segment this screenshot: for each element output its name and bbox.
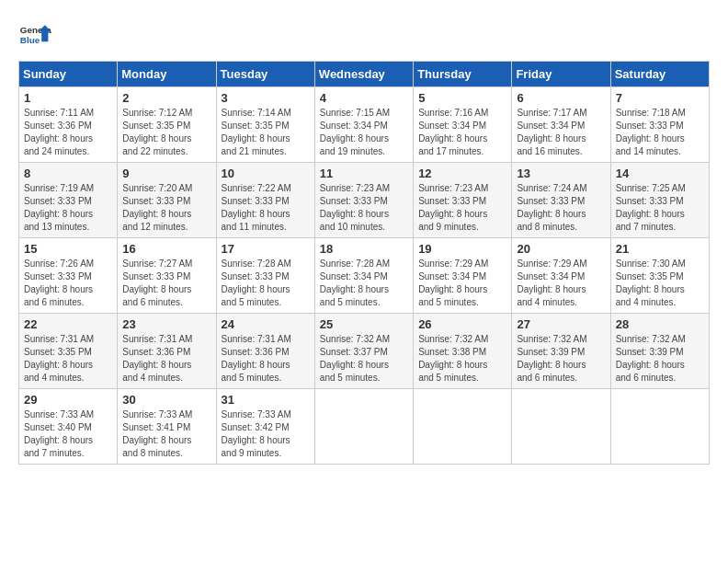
day-number: 21 [616,242,704,256]
day-info: Sunrise: 7:32 AM Sunset: 3:39 PM Dayligh… [517,334,586,383]
calendar-day-cell: 1 Sunrise: 7:11 AM Sunset: 3:36 PM Dayli… [19,87,118,163]
day-info: Sunrise: 7:17 AM Sunset: 3:34 PM Dayligh… [517,108,586,156]
calendar-day-cell: 31 Sunrise: 7:33 AM Sunset: 3:42 PM Dayl… [216,389,314,465]
calendar-day-cell: 12 Sunrise: 7:23 AM Sunset: 3:33 PM Dayl… [414,163,512,238]
day-number: 5 [418,91,506,105]
day-info: Sunrise: 7:16 AM Sunset: 3:34 PM Dayligh… [418,108,488,156]
empty-cell [314,389,413,465]
day-info: Sunrise: 7:29 AM Sunset: 3:34 PM Dayligh… [418,259,488,307]
day-number: 16 [122,242,210,256]
calendar-week-row: 22 Sunrise: 7:31 AM Sunset: 3:35 PM Dayl… [19,314,710,389]
calendar-day-cell: 20 Sunrise: 7:29 AM Sunset: 3:34 PM Dayl… [512,238,610,314]
day-number: 7 [616,91,704,105]
day-info: Sunrise: 7:32 AM Sunset: 3:39 PM Dayligh… [616,334,686,383]
day-info: Sunrise: 7:20 AM Sunset: 3:33 PM Dayligh… [122,183,192,232]
calendar-day-cell: 18 Sunrise: 7:28 AM Sunset: 3:34 PM Dayl… [314,238,413,314]
day-number: 27 [517,317,605,331]
page-header: General Blue [18,18,710,52]
calendar-day-cell: 25 Sunrise: 7:32 AM Sunset: 3:37 PM Dayl… [314,314,413,389]
day-number: 24 [222,317,310,331]
day-number: 2 [122,91,210,105]
calendar-table: SundayMondayTuesdayWednesdayThursdayFrid… [18,61,710,465]
day-info: Sunrise: 7:23 AM Sunset: 3:33 PM Dayligh… [320,183,390,232]
day-info: Sunrise: 7:15 AM Sunset: 3:34 PM Dayligh… [320,108,390,156]
day-info: Sunrise: 7:28 AM Sunset: 3:33 PM Dayligh… [222,259,291,307]
day-info: Sunrise: 7:32 AM Sunset: 3:38 PM Dayligh… [418,334,488,383]
day-info: Sunrise: 7:33 AM Sunset: 3:40 PM Dayligh… [24,409,94,458]
calendar-day-cell: 13 Sunrise: 7:24 AM Sunset: 3:33 PM Dayl… [512,163,610,238]
calendar-day-cell: 7 Sunrise: 7:18 AM Sunset: 3:33 PM Dayli… [610,87,709,163]
day-number: 10 [222,167,310,180]
day-info: Sunrise: 7:27 AM Sunset: 3:33 PM Dayligh… [122,259,192,307]
day-info: Sunrise: 7:22 AM Sunset: 3:33 PM Dayligh… [222,183,291,232]
day-info: Sunrise: 7:33 AM Sunset: 3:41 PM Dayligh… [122,409,192,458]
calendar-day-cell: 23 Sunrise: 7:31 AM Sunset: 3:36 PM Dayl… [118,314,216,389]
day-header-sunday: Sunday [19,62,118,87]
day-info: Sunrise: 7:18 AM Sunset: 3:33 PM Dayligh… [616,108,686,156]
calendar-day-cell: 6 Sunrise: 7:17 AM Sunset: 3:34 PM Dayli… [512,87,610,163]
calendar-day-cell: 9 Sunrise: 7:20 AM Sunset: 3:33 PM Dayli… [118,163,216,238]
calendar-day-cell: 27 Sunrise: 7:32 AM Sunset: 3:39 PM Dayl… [512,314,610,389]
calendar-week-row: 8 Sunrise: 7:19 AM Sunset: 3:33 PM Dayli… [19,163,710,238]
calendar-day-cell: 24 Sunrise: 7:31 AM Sunset: 3:36 PM Dayl… [216,314,314,389]
day-number: 26 [418,317,506,331]
day-number: 13 [517,167,605,180]
calendar-day-cell: 29 Sunrise: 7:33 AM Sunset: 3:40 PM Dayl… [19,389,118,465]
empty-cell [414,389,512,465]
calendar-day-cell: 22 Sunrise: 7:31 AM Sunset: 3:35 PM Dayl… [19,314,118,389]
day-number: 14 [616,167,704,180]
day-header-thursday: Thursday [414,62,512,87]
empty-cell [512,389,610,465]
logo: General Blue [18,18,51,52]
day-number: 28 [616,317,704,331]
day-number: 22 [24,317,112,331]
day-info: Sunrise: 7:31 AM Sunset: 3:36 PM Dayligh… [122,334,192,383]
day-number: 19 [418,242,506,256]
day-info: Sunrise: 7:25 AM Sunset: 3:33 PM Dayligh… [616,183,686,232]
calendar-day-cell: 14 Sunrise: 7:25 AM Sunset: 3:33 PM Dayl… [610,163,709,238]
calendar-day-cell: 16 Sunrise: 7:27 AM Sunset: 3:33 PM Dayl… [118,238,216,314]
day-number: 11 [320,167,408,180]
day-number: 20 [517,242,605,256]
day-info: Sunrise: 7:29 AM Sunset: 3:34 PM Dayligh… [517,259,586,307]
calendar-day-cell: 15 Sunrise: 7:26 AM Sunset: 3:33 PM Dayl… [19,238,118,314]
day-info: Sunrise: 7:12 AM Sunset: 3:35 PM Dayligh… [122,108,192,156]
calendar-day-cell: 3 Sunrise: 7:14 AM Sunset: 3:35 PM Dayli… [216,87,314,163]
day-number: 15 [24,242,112,256]
calendar-header-row: SundayMondayTuesdayWednesdayThursdayFrid… [19,62,710,87]
logo-icon: General Blue [18,18,51,52]
day-info: Sunrise: 7:24 AM Sunset: 3:33 PM Dayligh… [517,183,586,232]
day-header-monday: Monday [118,62,216,87]
day-info: Sunrise: 7:26 AM Sunset: 3:33 PM Dayligh… [24,259,94,307]
calendar-day-cell: 11 Sunrise: 7:23 AM Sunset: 3:33 PM Dayl… [314,163,413,238]
day-number: 3 [222,91,310,105]
day-info: Sunrise: 7:28 AM Sunset: 3:34 PM Dayligh… [320,259,390,307]
day-info: Sunrise: 7:33 AM Sunset: 3:42 PM Dayligh… [222,409,291,458]
day-info: Sunrise: 7:11 AM Sunset: 3:36 PM Dayligh… [24,108,94,156]
day-header-wednesday: Wednesday [314,62,413,87]
calendar-day-cell: 26 Sunrise: 7:32 AM Sunset: 3:38 PM Dayl… [414,314,512,389]
day-number: 17 [222,242,310,256]
calendar-day-cell: 17 Sunrise: 7:28 AM Sunset: 3:33 PM Dayl… [216,238,314,314]
day-number: 9 [122,167,210,180]
day-number: 1 [24,91,112,105]
calendar-week-row: 29 Sunrise: 7:33 AM Sunset: 3:40 PM Dayl… [19,389,710,465]
day-number: 31 [222,393,310,407]
calendar-day-cell: 10 Sunrise: 7:22 AM Sunset: 3:33 PM Dayl… [216,163,314,238]
day-number: 4 [320,91,408,105]
day-number: 8 [24,167,112,180]
day-header-tuesday: Tuesday [216,62,314,87]
day-number: 29 [24,393,112,407]
calendar-day-cell: 8 Sunrise: 7:19 AM Sunset: 3:33 PM Dayli… [19,163,118,238]
calendar-day-cell: 28 Sunrise: 7:32 AM Sunset: 3:39 PM Dayl… [610,314,709,389]
day-header-saturday: Saturday [610,62,709,87]
day-info: Sunrise: 7:31 AM Sunset: 3:35 PM Dayligh… [24,334,94,383]
calendar-body: 1 Sunrise: 7:11 AM Sunset: 3:36 PM Dayli… [19,87,710,465]
day-number: 18 [320,242,408,256]
calendar-day-cell: 4 Sunrise: 7:15 AM Sunset: 3:34 PM Dayli… [314,87,413,163]
day-number: 30 [122,393,210,407]
calendar-day-cell: 19 Sunrise: 7:29 AM Sunset: 3:34 PM Dayl… [414,238,512,314]
calendar-day-cell: 2 Sunrise: 7:12 AM Sunset: 3:35 PM Dayli… [118,87,216,163]
day-info: Sunrise: 7:23 AM Sunset: 3:33 PM Dayligh… [418,183,488,232]
day-info: Sunrise: 7:31 AM Sunset: 3:36 PM Dayligh… [222,334,291,383]
